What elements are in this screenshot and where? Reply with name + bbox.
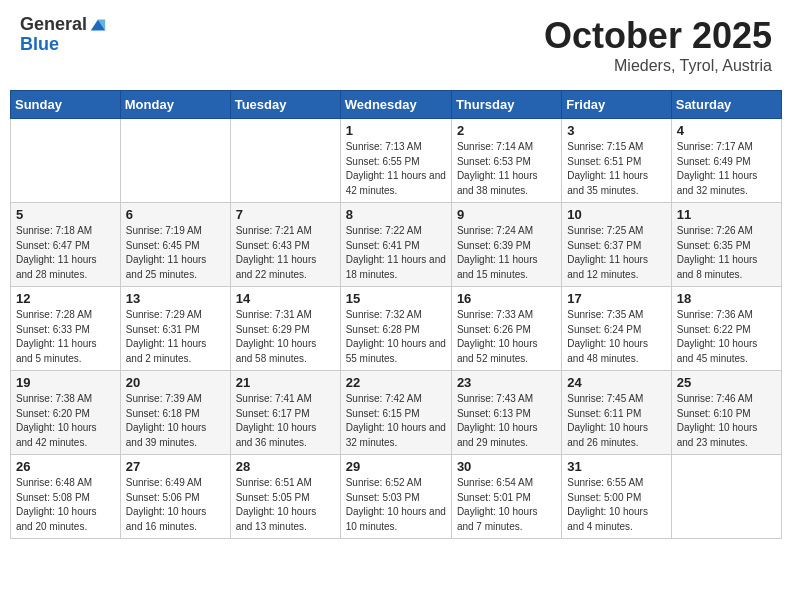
day-number: 12: [16, 291, 115, 306]
weekday-header-monday: Monday: [120, 91, 230, 119]
day-info: Sunrise: 7:38 AM Sunset: 6:20 PM Dayligh…: [16, 392, 115, 450]
day-info: Sunrise: 7:43 AM Sunset: 6:13 PM Dayligh…: [457, 392, 556, 450]
calendar-cell: 21Sunrise: 7:41 AM Sunset: 6:17 PM Dayli…: [230, 371, 340, 455]
day-number: 27: [126, 459, 225, 474]
calendar-cell: 11Sunrise: 7:26 AM Sunset: 6:35 PM Dayli…: [671, 203, 781, 287]
calendar-cell: 13Sunrise: 7:29 AM Sunset: 6:31 PM Dayli…: [120, 287, 230, 371]
calendar-cell: 22Sunrise: 7:42 AM Sunset: 6:15 PM Dayli…: [340, 371, 451, 455]
day-info: Sunrise: 7:45 AM Sunset: 6:11 PM Dayligh…: [567, 392, 665, 450]
day-number: 24: [567, 375, 665, 390]
calendar-cell: 10Sunrise: 7:25 AM Sunset: 6:37 PM Dayli…: [562, 203, 671, 287]
calendar-week-5: 26Sunrise: 6:48 AM Sunset: 5:08 PM Dayli…: [11, 455, 782, 539]
weekday-header-saturday: Saturday: [671, 91, 781, 119]
title-block: October 2025 Mieders, Tyrol, Austria: [544, 15, 772, 75]
day-info: Sunrise: 6:51 AM Sunset: 5:05 PM Dayligh…: [236, 476, 335, 534]
calendar-cell: 31Sunrise: 6:55 AM Sunset: 5:00 PM Dayli…: [562, 455, 671, 539]
day-info: Sunrise: 7:28 AM Sunset: 6:33 PM Dayligh…: [16, 308, 115, 366]
calendar-cell: 30Sunrise: 6:54 AM Sunset: 5:01 PM Dayli…: [451, 455, 561, 539]
day-info: Sunrise: 6:54 AM Sunset: 5:01 PM Dayligh…: [457, 476, 556, 534]
calendar-cell: 18Sunrise: 7:36 AM Sunset: 6:22 PM Dayli…: [671, 287, 781, 371]
day-number: 29: [346, 459, 446, 474]
day-number: 15: [346, 291, 446, 306]
day-number: 10: [567, 207, 665, 222]
day-number: 21: [236, 375, 335, 390]
day-number: 14: [236, 291, 335, 306]
day-info: Sunrise: 7:31 AM Sunset: 6:29 PM Dayligh…: [236, 308, 335, 366]
day-info: Sunrise: 6:55 AM Sunset: 5:00 PM Dayligh…: [567, 476, 665, 534]
day-info: Sunrise: 7:42 AM Sunset: 6:15 PM Dayligh…: [346, 392, 446, 450]
page-header: General Blue October 2025 Mieders, Tyrol…: [10, 10, 782, 80]
day-number: 30: [457, 459, 556, 474]
calendar-cell: 12Sunrise: 7:28 AM Sunset: 6:33 PM Dayli…: [11, 287, 121, 371]
calendar-cell: 20Sunrise: 7:39 AM Sunset: 6:18 PM Dayli…: [120, 371, 230, 455]
day-info: Sunrise: 7:15 AM Sunset: 6:51 PM Dayligh…: [567, 140, 665, 198]
day-info: Sunrise: 7:21 AM Sunset: 6:43 PM Dayligh…: [236, 224, 335, 282]
day-number: 19: [16, 375, 115, 390]
day-info: Sunrise: 7:13 AM Sunset: 6:55 PM Dayligh…: [346, 140, 446, 198]
day-number: 8: [346, 207, 446, 222]
calendar-cell: 16Sunrise: 7:33 AM Sunset: 6:26 PM Dayli…: [451, 287, 561, 371]
day-number: 25: [677, 375, 776, 390]
calendar-cell: 14Sunrise: 7:31 AM Sunset: 6:29 PM Dayli…: [230, 287, 340, 371]
day-info: Sunrise: 7:17 AM Sunset: 6:49 PM Dayligh…: [677, 140, 776, 198]
day-number: 17: [567, 291, 665, 306]
weekday-header-sunday: Sunday: [11, 91, 121, 119]
day-number: 13: [126, 291, 225, 306]
calendar-cell: 19Sunrise: 7:38 AM Sunset: 6:20 PM Dayli…: [11, 371, 121, 455]
day-info: Sunrise: 7:22 AM Sunset: 6:41 PM Dayligh…: [346, 224, 446, 282]
weekday-header-thursday: Thursday: [451, 91, 561, 119]
day-info: Sunrise: 7:46 AM Sunset: 6:10 PM Dayligh…: [677, 392, 776, 450]
day-number: 2: [457, 123, 556, 138]
day-info: Sunrise: 7:39 AM Sunset: 6:18 PM Dayligh…: [126, 392, 225, 450]
day-info: Sunrise: 7:25 AM Sunset: 6:37 PM Dayligh…: [567, 224, 665, 282]
calendar-week-2: 5Sunrise: 7:18 AM Sunset: 6:47 PM Daylig…: [11, 203, 782, 287]
calendar-cell: 26Sunrise: 6:48 AM Sunset: 5:08 PM Dayli…: [11, 455, 121, 539]
weekday-header-tuesday: Tuesday: [230, 91, 340, 119]
calendar-cell: 15Sunrise: 7:32 AM Sunset: 6:28 PM Dayli…: [340, 287, 451, 371]
weekday-header-wednesday: Wednesday: [340, 91, 451, 119]
calendar-cell: 6Sunrise: 7:19 AM Sunset: 6:45 PM Daylig…: [120, 203, 230, 287]
weekday-header-friday: Friday: [562, 91, 671, 119]
calendar-cell: [120, 119, 230, 203]
day-info: Sunrise: 7:33 AM Sunset: 6:26 PM Dayligh…: [457, 308, 556, 366]
calendar-cell: 17Sunrise: 7:35 AM Sunset: 6:24 PM Dayli…: [562, 287, 671, 371]
logo-blue-text: Blue: [20, 35, 107, 55]
calendar-cell: 9Sunrise: 7:24 AM Sunset: 6:39 PM Daylig…: [451, 203, 561, 287]
day-number: 4: [677, 123, 776, 138]
day-info: Sunrise: 7:36 AM Sunset: 6:22 PM Dayligh…: [677, 308, 776, 366]
month-title: October 2025: [544, 15, 772, 57]
day-number: 18: [677, 291, 776, 306]
calendar-cell: [11, 119, 121, 203]
logo-icon: [89, 16, 107, 34]
logo-general-text: General: [20, 15, 87, 35]
calendar-cell: 25Sunrise: 7:46 AM Sunset: 6:10 PM Dayli…: [671, 371, 781, 455]
calendar-cell: [230, 119, 340, 203]
calendar-cell: 24Sunrise: 7:45 AM Sunset: 6:11 PM Dayli…: [562, 371, 671, 455]
day-number: 23: [457, 375, 556, 390]
calendar-cell: 29Sunrise: 6:52 AM Sunset: 5:03 PM Dayli…: [340, 455, 451, 539]
weekday-header-row: SundayMondayTuesdayWednesdayThursdayFrid…: [11, 91, 782, 119]
calendar-week-3: 12Sunrise: 7:28 AM Sunset: 6:33 PM Dayli…: [11, 287, 782, 371]
calendar-cell: [671, 455, 781, 539]
day-info: Sunrise: 7:26 AM Sunset: 6:35 PM Dayligh…: [677, 224, 776, 282]
day-info: Sunrise: 7:19 AM Sunset: 6:45 PM Dayligh…: [126, 224, 225, 282]
day-number: 20: [126, 375, 225, 390]
day-info: Sunrise: 6:48 AM Sunset: 5:08 PM Dayligh…: [16, 476, 115, 534]
day-info: Sunrise: 7:18 AM Sunset: 6:47 PM Dayligh…: [16, 224, 115, 282]
day-number: 5: [16, 207, 115, 222]
day-info: Sunrise: 7:41 AM Sunset: 6:17 PM Dayligh…: [236, 392, 335, 450]
day-number: 7: [236, 207, 335, 222]
calendar-cell: 5Sunrise: 7:18 AM Sunset: 6:47 PM Daylig…: [11, 203, 121, 287]
day-number: 6: [126, 207, 225, 222]
calendar-cell: 4Sunrise: 7:17 AM Sunset: 6:49 PM Daylig…: [671, 119, 781, 203]
calendar-cell: 2Sunrise: 7:14 AM Sunset: 6:53 PM Daylig…: [451, 119, 561, 203]
day-info: Sunrise: 7:35 AM Sunset: 6:24 PM Dayligh…: [567, 308, 665, 366]
calendar-cell: 8Sunrise: 7:22 AM Sunset: 6:41 PM Daylig…: [340, 203, 451, 287]
logo: General Blue: [20, 15, 107, 55]
calendar-week-1: 1Sunrise: 7:13 AM Sunset: 6:55 PM Daylig…: [11, 119, 782, 203]
location: Mieders, Tyrol, Austria: [544, 57, 772, 75]
day-info: Sunrise: 7:32 AM Sunset: 6:28 PM Dayligh…: [346, 308, 446, 366]
day-number: 9: [457, 207, 556, 222]
day-info: Sunrise: 6:52 AM Sunset: 5:03 PM Dayligh…: [346, 476, 446, 534]
calendar-cell: 27Sunrise: 6:49 AM Sunset: 5:06 PM Dayli…: [120, 455, 230, 539]
